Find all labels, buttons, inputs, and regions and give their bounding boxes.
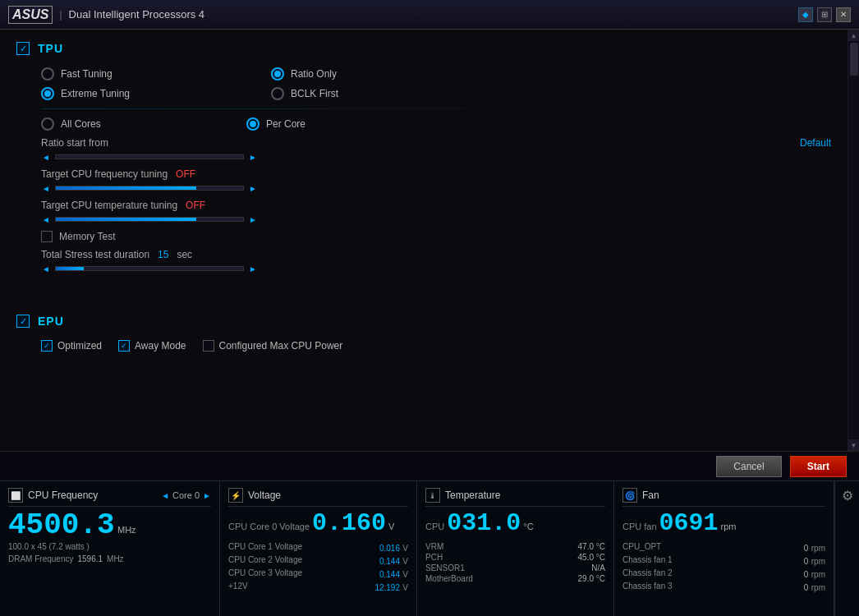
- per-core-option[interactable]: Per Core: [246, 117, 378, 131]
- minimize-button[interactable]: ◆: [798, 7, 813, 22]
- ratio-only-option[interactable]: Ratio Only: [271, 67, 402, 80]
- core-selector[interactable]: ◄ Core 0 ►: [161, 490, 211, 500]
- cpu-freq-slider-left[interactable]: ◄: [41, 183, 51, 193]
- temp-panel-header: 🌡 Temperature: [425, 488, 605, 507]
- epu-section: EPU ✓ Optimized ✓ Away Mode: [16, 315, 831, 352]
- epu-configured-checkbox[interactable]: [203, 340, 214, 352]
- settings-panel[interactable]: ⚙: [834, 481, 859, 616]
- extreme-tuning-label: Extreme Tuning: [61, 88, 130, 99]
- settings-icon[interactable]: ⚙: [842, 488, 853, 503]
- fan-item-1: Chassis fan 1 0 rpm: [622, 555, 825, 567]
- all-cores-option[interactable]: All Cores: [41, 117, 172, 131]
- scroll-up-button[interactable]: ▲: [848, 30, 860, 41]
- all-cores-radio[interactable]: [41, 117, 54, 131]
- temp-main-label: CPU: [425, 522, 444, 531]
- voltage-main-value: 0.160: [312, 511, 386, 536]
- cpu-temp-slider-container: ◄ ►: [41, 214, 831, 224]
- epu-optimized-label: Optimized: [57, 340, 102, 352]
- start-button[interactable]: Start: [790, 456, 847, 477]
- cpu-temp-slider-right[interactable]: ►: [248, 214, 258, 224]
- grid-button[interactable]: ⊞: [817, 7, 832, 22]
- stress-unit: sec: [177, 249, 192, 260]
- cpu-temp-tuning-label: Target CPU temperature tuning: [41, 200, 177, 211]
- tpu-title: TPU: [38, 42, 63, 55]
- cpu-temp-slider-track[interactable]: [55, 217, 244, 222]
- fan-items: CPU_OPT 0 rpm Chassis fan 1 0 rpm Chassi…: [622, 542, 825, 593]
- ratio-only-radio[interactable]: [271, 67, 284, 80]
- cpu-freq-unit: MHz: [117, 525, 136, 535]
- cpu-temp-tuning-value: OFF: [186, 200, 205, 211]
- ratio-slider-left[interactable]: ◄: [41, 152, 51, 162]
- epu-optimized-option[interactable]: ✓ Optimized: [41, 340, 102, 352]
- status-bar: ⬜ CPU Frequency ◄ Core 0 ► 4500.3 MHz 10…: [0, 480, 859, 616]
- extreme-tuning-radio[interactable]: [41, 87, 54, 100]
- scrollbar[interactable]: ▲ ▼: [848, 30, 859, 451]
- fan-main-label: CPU fan: [622, 522, 657, 531]
- voltage-panel: ⚡ Voltage CPU Core 0 Voltage 0.160 V CPU…: [220, 481, 417, 616]
- scrollbar-track[interactable]: [848, 41, 860, 439]
- fan-item-2: Chassis fan 2 0 rpm: [622, 568, 825, 580]
- dram-value: 1596.1: [77, 554, 103, 563]
- voltage-item-1: CPU Core 2 Voltage 0.144 V: [228, 555, 408, 567]
- tpu-header: TPU: [16, 42, 831, 55]
- fan-panel-header: 🌀 Fan: [622, 488, 825, 507]
- stress-slider-right[interactable]: ►: [248, 264, 258, 274]
- epu-checkbox[interactable]: [16, 315, 30, 328]
- fast-tuning-radio[interactable]: [41, 67, 54, 80]
- cancel-button[interactable]: Cancel: [716, 456, 781, 477]
- epu-options-row: ✓ Optimized ✓ Away Mode Configured Max C…: [16, 340, 831, 352]
- scroll-down-button[interactable]: ▼: [848, 439, 860, 451]
- per-core-radio[interactable]: [246, 117, 260, 131]
- fast-tuning-label: Fast Tuning: [61, 68, 113, 80]
- ratio-slider-track[interactable]: [55, 154, 244, 159]
- epu-away-option[interactable]: ✓ Away Mode: [118, 340, 186, 352]
- core-options-row: All Cores Per Core: [16, 117, 831, 131]
- voltage-item-3: +12V 12.192 V: [228, 582, 408, 593]
- voltage-item-0: CPU Core 1 Voltage 0.016 V: [228, 542, 408, 554]
- temperature-panel: 🌡 Temperature CPU 031.0 °C VRM 47.0 °C P…: [417, 481, 614, 616]
- ratio-slider-right[interactable]: ►: [248, 152, 258, 162]
- cpu-freq-slider-fill: [56, 186, 196, 190]
- cpu-freq-tuning-value: OFF: [176, 168, 195, 180]
- epu-configured-label: Configured Max CPU Power: [219, 340, 343, 352]
- stress-slider-fill: [56, 267, 84, 270]
- core-right-arrow[interactable]: ►: [203, 491, 211, 500]
- stress-slider-left[interactable]: ◄: [41, 264, 51, 274]
- temp-main-row: CPU 031.0 °C: [425, 511, 605, 536]
- cpu-freq-slider-track[interactable]: [55, 186, 244, 191]
- scroll-panel: TPU Fast Tuning Ratio Only: [0, 30, 848, 451]
- bclk-first-radio[interactable]: [271, 87, 284, 100]
- voltage-items: CPU Core 1 Voltage 0.016 V CPU Core 2 Vo…: [228, 542, 408, 593]
- ratio-only-label: Ratio Only: [291, 68, 337, 80]
- memory-test-checkbox[interactable]: [41, 231, 53, 242]
- temp-main-value: 031.0: [447, 511, 521, 536]
- epu-header: EPU: [16, 315, 831, 328]
- cpu-sub-info: 100.0 x 45 (7.2 watts ): [8, 542, 211, 551]
- temp-panel-title: Temperature: [445, 490, 500, 501]
- cpu-panel-title: CPU Frequency: [28, 490, 98, 501]
- fast-tuning-option[interactable]: Fast Tuning: [41, 67, 172, 80]
- tpu-section: TPU Fast Tuning Ratio Only: [16, 42, 831, 274]
- cpu-temp-slider-left[interactable]: ◄: [41, 214, 51, 224]
- dram-label: DRAM Frequency: [8, 554, 73, 563]
- epu-optimized-checkbox[interactable]: ✓: [41, 340, 53, 352]
- bclk-first-option[interactable]: BCLK First: [271, 87, 402, 100]
- epu-configured-option[interactable]: Configured Max CPU Power: [203, 340, 343, 352]
- temp-item-2: SENSOR1 N/A: [425, 563, 605, 572]
- stress-slider-track[interactable]: [55, 266, 244, 271]
- fan-main-unit: rpm: [721, 522, 737, 531]
- core-label: Core 0: [172, 490, 200, 500]
- extreme-tuning-option[interactable]: Extreme Tuning: [41, 87, 172, 100]
- tpu-checkbox[interactable]: [16, 42, 30, 55]
- cpu-freq-slider-right[interactable]: ►: [248, 183, 258, 193]
- core-left-arrow[interactable]: ◄: [161, 491, 169, 500]
- epu-away-checkbox[interactable]: ✓: [118, 340, 130, 352]
- scrollbar-thumb[interactable]: [850, 43, 858, 76]
- memory-test-row: Memory Test: [16, 231, 831, 242]
- cpu-freq-value: 4500.3: [8, 508, 115, 542]
- fan-icon: 🌀: [622, 488, 637, 503]
- temp-items: VRM 47.0 °C PCH 45.0 °C SENSOR1 N/A Moth…: [425, 542, 605, 583]
- fan-item-0: CPU_OPT 0 rpm: [622, 542, 825, 554]
- close-button[interactable]: ✕: [836, 7, 851, 22]
- voltage-main-row: CPU Core 0 Voltage 0.160 V: [228, 511, 408, 536]
